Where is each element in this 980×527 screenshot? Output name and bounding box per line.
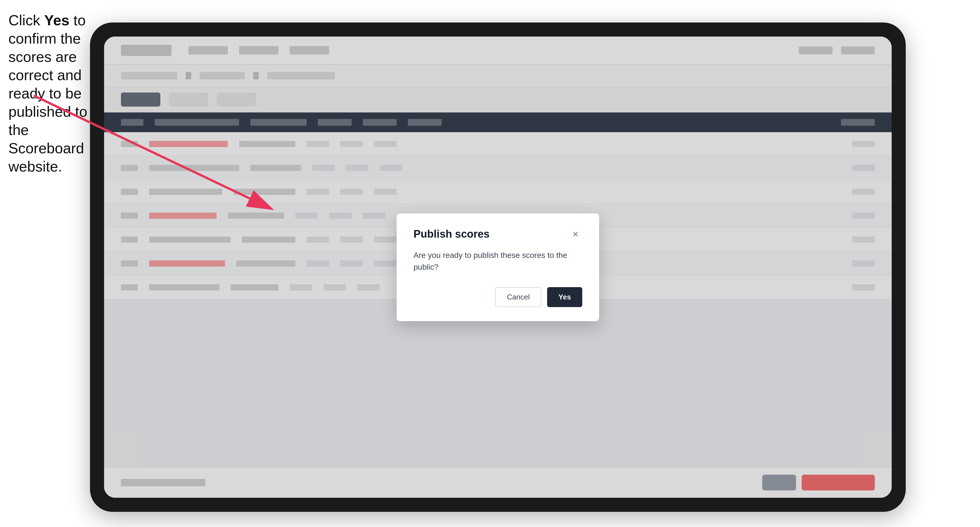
app-screen: Publish scores × Are you ready to publis… <box>104 37 892 498</box>
modal-title-row: Publish scores × <box>414 227 582 241</box>
tablet-screen: Publish scores × Are you ready to publis… <box>104 37 892 498</box>
modal-title: Publish scores <box>414 228 490 240</box>
tablet-device: Publish scores × Are you ready to publis… <box>90 22 906 512</box>
modal-footer: Cancel Yes <box>414 287 582 307</box>
instruction-line1: Click <box>8 12 44 29</box>
instruction-line2: to confirm the scores are correct and re… <box>8 12 87 175</box>
modal-body-text: Are you ready to publish these scores to… <box>414 249 582 273</box>
yes-button[interactable]: Yes <box>547 287 582 307</box>
publish-scores-dialog: Publish scores × Are you ready to publis… <box>397 213 599 321</box>
modal-overlay: Publish scores × Are you ready to publis… <box>104 37 892 498</box>
instruction-text: Click Yes to confirm the scores are corr… <box>8 11 90 176</box>
cancel-button[interactable]: Cancel <box>495 287 541 307</box>
instruction-bold: Yes <box>44 12 70 29</box>
modal-close-button[interactable]: × <box>569 227 582 241</box>
